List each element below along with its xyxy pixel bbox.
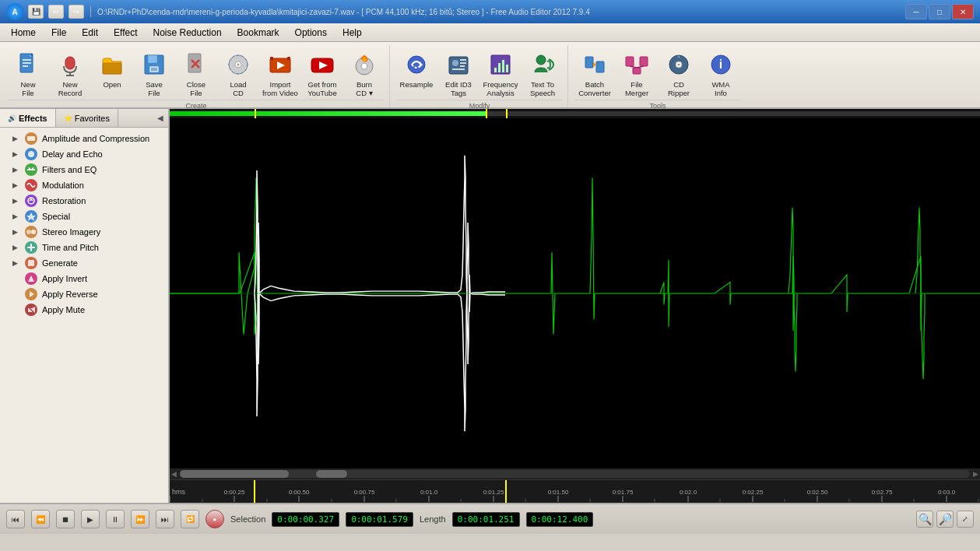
menu-file[interactable]: File [44, 25, 74, 40]
special-icon [25, 210, 37, 223]
youtube-button[interactable]: Get fromYouTube [302, 47, 342, 100]
effects-panel-collapse[interactable]: ◀ [153, 111, 168, 126]
effects-item-time-pitch[interactable]: ▶ Time and Pitch [0, 240, 168, 255]
cd-ripper-button[interactable]: CDRipper [659, 47, 699, 100]
effects-item-restoration[interactable]: ▶ Restoration [0, 193, 168, 209]
record-transport-button[interactable]: ● [205, 510, 224, 528]
go-end-button[interactable]: ⏭ [156, 510, 174, 528]
pause-button[interactable]: ⏸ [106, 510, 125, 528]
total-value: 0:00:12.400 [526, 512, 594, 527]
edit-id3-button[interactable]: Edit ID3Tags [438, 47, 479, 100]
wma-info-button[interactable]: i WMAInfo [701, 47, 741, 100]
effects-item-amplitude[interactable]: ▶ Amplitude and Compression [0, 131, 168, 146]
effects-item-delay[interactable]: ▶ Delay and Echo [0, 146, 168, 162]
save-icon [140, 51, 168, 79]
effects-item-invert[interactable]: ▶ Apply Invert [0, 271, 168, 286]
burn-cd-button[interactable]: BurnCD ▾ [344, 47, 385, 100]
menu-noise-reduction[interactable]: Noise Reduction [146, 25, 230, 40]
amplitude-label: Amplitude and Compression [42, 134, 149, 143]
h-scrollbar[interactable]: ◀ ▶ [170, 469, 980, 479]
svg-rect-12 [151, 68, 157, 71]
effects-tab-effects[interactable]: 🔊 Effects [0, 109, 56, 127]
scroll-right-arrow[interactable]: ▶ [973, 470, 978, 478]
resample-button[interactable]: Resample [396, 47, 437, 95]
progress-track [170, 111, 980, 116]
svg-rect-48 [633, 68, 641, 74]
menu-help[interactable]: Help [335, 25, 370, 40]
svg-point-57 [28, 151, 34, 157]
svg-rect-43 [596, 61, 604, 72]
effects-item-modulation[interactable]: ▶ Modulation [0, 177, 168, 193]
play-button[interactable]: ▶ [81, 510, 100, 528]
progress-bar[interactable] [170, 109, 980, 118]
import-video-button[interactable]: Importfrom Video [260, 47, 300, 100]
open-button[interactable]: Open [92, 47, 132, 95]
svg-point-62 [31, 230, 36, 234]
scroll-thumb[interactable] [180, 470, 289, 478]
wma-info-icon: i [707, 51, 735, 79]
effects-item-stereo[interactable]: ▶ Stereo Imagery [0, 224, 168, 240]
record-button[interactable]: NewRecord [50, 47, 90, 100]
new-file-label: NewFile [20, 80, 35, 97]
scroll-track[interactable] [180, 470, 970, 478]
qa-save[interactable]: 💾 [28, 5, 44, 19]
close-file-button[interactable]: CloseFile [176, 47, 216, 100]
loop-button[interactable]: 🔁 [181, 510, 199, 528]
zoom-out-button[interactable]: 🔎 [936, 511, 954, 528]
svg-rect-39 [502, 60, 504, 72]
effects-item-reverse[interactable]: ▶ Apply Reverse [0, 286, 168, 302]
filters-label: Filters and EQ [42, 165, 97, 174]
zoom-fit-button[interactable]: ⤢ [957, 511, 974, 528]
tts-icon [529, 51, 557, 79]
zoom-in-button[interactable]: 🔍 [916, 511, 933, 528]
file-merger-button[interactable]: FileMerger [616, 47, 657, 100]
effects-item-generate[interactable]: ▶ Generate [0, 255, 168, 271]
effects-item-special[interactable]: ▶ Special [0, 209, 168, 224]
menu-effect[interactable]: Effect [106, 25, 145, 40]
new-file-button[interactable]: NewFile [8, 47, 48, 100]
menu-options[interactable]: Options [287, 25, 335, 40]
scroll-thumb-2[interactable] [316, 470, 347, 478]
qa-redo[interactable]: ↪ [68, 5, 84, 19]
time-pitch-expand: ▶ [11, 244, 19, 251]
effects-tab-favorites[interactable]: ⭐ Favorites [56, 109, 118, 127]
generate-label: Generate [42, 258, 78, 268]
play-prev-button[interactable]: ⏪ [31, 510, 50, 528]
load-cd-button[interactable]: LoadCD [218, 47, 258, 100]
delay-icon [25, 148, 37, 160]
svg-rect-47 [640, 57, 648, 66]
timeline-svg: hms 0:00.25 0:00.50 0:00.75 0:01.0 0:01.… [170, 480, 980, 503]
play-next-button[interactable]: ⏩ [131, 510, 149, 528]
menu-home[interactable]: Home [3, 25, 44, 40]
modulation-icon [25, 179, 37, 191]
qa-sep [90, 6, 91, 17]
batch-converter-icon [581, 51, 609, 79]
qa-undo[interactable]: ↩ [48, 5, 64, 19]
svg-text:0:02.50: 0:02.50 [807, 489, 828, 496]
close-button[interactable]: ✕ [952, 4, 974, 19]
minimize-button[interactable]: ─ [905, 4, 927, 19]
cd-ripper-label: CDRipper [668, 80, 690, 97]
menu-bookmark[interactable]: Bookmark [230, 25, 287, 40]
save-button[interactable]: SaveFile [134, 47, 174, 100]
tts-button[interactable]: Text ToSpeech [522, 47, 563, 100]
go-start-button[interactable]: ⏮ [6, 510, 25, 528]
time-pitch-icon [25, 241, 37, 254]
svg-point-27 [361, 63, 367, 69]
stop-button[interactable]: ⏹ [56, 510, 75, 528]
menu-edit[interactable]: Edit [74, 25, 106, 40]
maximize-button[interactable]: □ [929, 4, 950, 19]
effects-item-mute[interactable]: ▶ Apply Mute [0, 302, 168, 318]
waveform-canvas[interactable] [170, 118, 980, 469]
svg-text:0:00.50: 0:00.50 [289, 489, 310, 496]
freq-analysis-button[interactable]: FrequencyAnalysis [480, 47, 521, 100]
ribbon-group-tools: BatchConverter FileMerger [570, 45, 746, 107]
load-cd-icon [224, 51, 252, 79]
batch-converter-button[interactable]: BatchConverter [574, 47, 615, 100]
effects-item-filters[interactable]: ▶ Filters and EQ [0, 162, 168, 177]
stereo-label: Stereo Imagery [42, 227, 100, 237]
selection-label: Selection [230, 514, 265, 524]
svg-line-49 [630, 66, 637, 68]
stereo-expand: ▶ [11, 228, 19, 236]
scroll-left-arrow[interactable]: ◀ [171, 470, 177, 478]
